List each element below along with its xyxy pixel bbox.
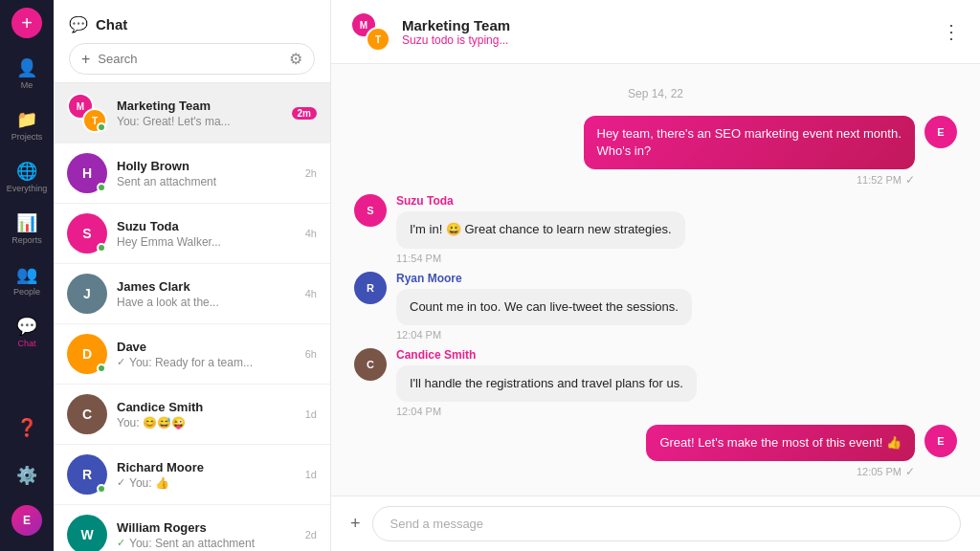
header-info: Marketing Team Suzu todo is typing... — [402, 17, 510, 47]
chat-meta: 2d — [305, 529, 317, 540]
chat-settings-icon[interactable]: ⚙ — [289, 50, 302, 68]
help-icon: ❓ — [16, 417, 37, 438]
message-bubble: Hey team, there's an SEO marketing event… — [584, 116, 916, 169]
message-content: Ryan Moore Count me in too. We can live-… — [396, 272, 692, 341]
chat-meta: 1d — [305, 469, 317, 480]
people-icon: 👥 — [16, 264, 37, 285]
list-item[interactable]: W William Rogers ✓ You: Sent an attachme… — [54, 505, 330, 551]
chat-meta: 6h — [305, 348, 317, 360]
sidebar-item-settings[interactable]: ⚙️ — [11, 457, 42, 494]
avatar: S — [354, 194, 387, 227]
avatar: R — [67, 454, 107, 495]
message-content: Hey team, there's an SEO marketing event… — [584, 116, 916, 187]
chat-time: 4h — [305, 288, 317, 299]
chat-icon: 💬 — [16, 316, 37, 337]
everything-icon: 🌐 — [16, 161, 37, 182]
reports-icon: 📊 — [16, 212, 37, 233]
me-icon: 👤 — [16, 57, 37, 78]
chat-name: Holly Brown — [117, 159, 296, 173]
chat-info: William Rogers ✓ You: Sent an attachment — [117, 520, 296, 550]
avatar: H — [67, 153, 107, 193]
add-button[interactable]: + — [11, 8, 42, 38]
message-time: 12:04 PM — [396, 329, 692, 341]
list-item[interactable]: J James Clark Have a look at the... 4h — [54, 264, 330, 324]
chat-name: Marketing Team — [117, 99, 282, 113]
chat-name: William Rogers — [117, 520, 296, 535]
avatar: E — [924, 116, 957, 148]
messages-area: Sep 14, 22 E Hey team, there's an SEO ma… — [331, 64, 980, 496]
chat-meta: 2m — [292, 107, 317, 120]
sidebar-item-chat[interactable]: 💬 Chat — [0, 308, 54, 356]
message-row: E Hey team, there's an SEO marketing eve… — [354, 116, 957, 187]
chat-list-header: 💬 Chat + ⚙ — [54, 0, 330, 83]
chat-info: James Clark Have a look at the... — [117, 279, 296, 309]
sender-name: Suzu Toda — [396, 194, 685, 208]
sidebar-item-everything[interactable]: 🌐 Everything — [0, 153, 54, 201]
avatar: J — [67, 274, 107, 314]
message-bubble: Count me in too. We can live-tweet the s… — [396, 289, 692, 325]
tick-icon: ✓ — [905, 465, 915, 478]
chat-name: James Clark — [117, 279, 296, 294]
attach-button[interactable]: + — [350, 514, 361, 534]
avatar: W — [67, 515, 107, 551]
chat-preview: You: 😊😅😜 — [117, 416, 296, 430]
sidebar-item-me[interactable]: 👤 Me — [0, 50, 54, 98]
avatar: S — [67, 213, 107, 253]
list-item[interactable]: C Candice Smith You: 😊😅😜 1d — [54, 385, 330, 445]
chat-time: 4h — [305, 228, 317, 239]
avatar: C — [354, 348, 387, 381]
message-time: 12:05 PM ✓ — [646, 465, 915, 478]
sidebar-item-people[interactable]: 👥 People — [0, 256, 54, 304]
chat-time: 2d — [305, 529, 317, 540]
chat-main: M T Marketing Team Suzu todo is typing..… — [331, 0, 980, 551]
user-avatar[interactable]: E — [11, 505, 42, 536]
avatar: M T — [67, 93, 107, 133]
avatar: R — [354, 272, 387, 304]
chat-info: Suzu Toda Hey Emma Walker... — [117, 219, 296, 249]
chat-info: Candice Smith You: 😊😅😜 — [117, 400, 296, 430]
sidebar-item-projects[interactable]: 📁 Projects — [0, 101, 54, 149]
chat-list: M T Marketing Team You: Great! Let's ma.… — [54, 83, 330, 551]
list-item[interactable]: R Richard Moore ✓ You: 👍 1d — [54, 445, 330, 505]
chat-meta: 2h — [305, 167, 317, 179]
chat-panel-title: Chat — [96, 16, 127, 33]
list-item[interactable]: S Suzu Toda Hey Emma Walker... 4h — [54, 204, 330, 264]
message-row: S Suzu Toda I'm in! 😀 Great chance to le… — [354, 194, 957, 263]
sidebar-item-reports[interactable]: 📊 Reports — [0, 205, 54, 253]
sender-name: Candice Smith — [396, 348, 697, 362]
chat-name: Richard Moore — [117, 460, 296, 474]
header-actions: ⋮ — [942, 22, 961, 42]
header-status: Suzu todo is typing... — [402, 33, 510, 47]
chat-meta: 1d — [305, 408, 317, 420]
message-bubble: Great! Let's make the most of this event… — [646, 425, 915, 461]
message-row: R Ryan Moore Count me in too. We can liv… — [354, 272, 957, 341]
message-content: Great! Let's make the most of this event… — [646, 425, 915, 478]
chat-info: Marketing Team You: Great! Let's ma... — [117, 99, 282, 128]
sidebar-label-me: Me — [21, 80, 33, 90]
chat-info: Richard Moore ✓ You: 👍 — [117, 460, 296, 490]
message-row: C Candice Smith I'll handle the registra… — [354, 348, 957, 417]
chat-main-header: M T Marketing Team Suzu todo is typing..… — [331, 0, 980, 64]
message-input[interactable] — [372, 506, 961, 541]
new-chat-button[interactable]: + — [81, 51, 90, 68]
sidebar-label-everything: Everything — [7, 184, 48, 193]
check-icon: ✓ — [117, 537, 125, 549]
message-content: Suzu Toda I'm in! 😀 Great chance to lear… — [396, 194, 685, 263]
chat-name: Candice Smith — [117, 400, 296, 414]
search-input[interactable] — [98, 52, 281, 66]
chat-preview: ✓ You: 👍 — [117, 476, 296, 490]
unread-badge: 2m — [292, 107, 317, 120]
message-bubble: I'm in! 😀 Great chance to learn new stra… — [396, 211, 685, 248]
chat-preview: You: Great! Let's ma... — [117, 115, 282, 128]
header-chat-name: Marketing Team — [402, 17, 510, 33]
chat-time: 1d — [305, 469, 317, 480]
list-item[interactable]: M T Marketing Team You: Great! Let's ma.… — [54, 83, 330, 143]
chat-preview: Hey Emma Walker... — [117, 235, 296, 249]
list-item[interactable]: H Holly Brown Sent an attachment 2h — [54, 143, 330, 204]
more-options-button[interactable]: ⋮ — [942, 21, 961, 42]
list-item[interactable]: D Dave ✓ You: Ready for a team... 6h — [54, 324, 330, 385]
check-icon: ✓ — [117, 476, 125, 489]
message-time: 12:04 PM — [396, 406, 697, 417]
sidebar-item-help[interactable]: ❓ — [11, 409, 42, 446]
search-bar: + ⚙ — [69, 43, 315, 75]
